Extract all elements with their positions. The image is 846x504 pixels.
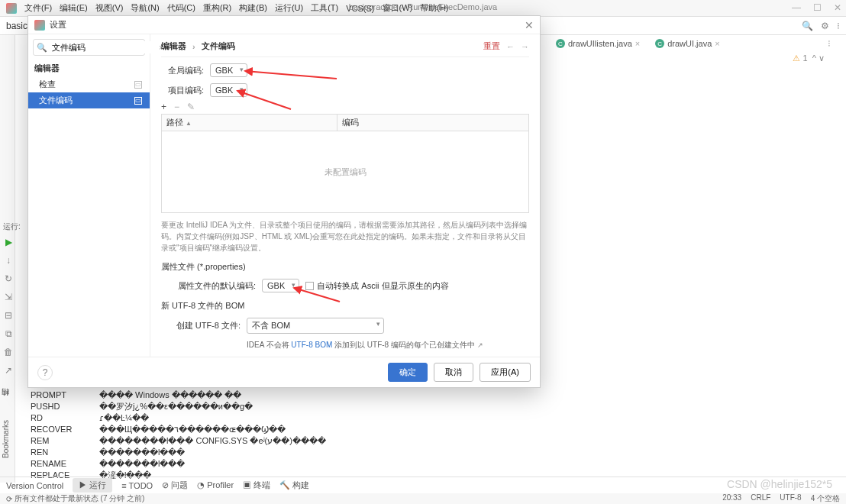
menu-refactor[interactable]: 重构(R)	[203, 2, 231, 14]
inspection-strip: ⚠ 1 ^ ∨	[550, 52, 831, 67]
class-icon: C	[655, 39, 664, 48]
indent[interactable]: 4 个空格	[811, 493, 840, 504]
utf8-bom-link[interactable]: UTF-8 BOM	[291, 341, 332, 349]
tab-build[interactable]: 🔨 构建	[279, 480, 309, 491]
line-sep[interactable]: CRLF	[751, 493, 770, 504]
tab-version-control[interactable]: Version Control	[6, 481, 63, 490]
apply-button[interactable]: 应用(A)	[480, 363, 531, 382]
reset-link[interactable]: 重置	[483, 40, 500, 52]
sort-icon[interactable]: ▲	[186, 120, 192, 127]
svg-line-0	[245, 71, 337, 79]
app-logo-icon	[6, 3, 17, 14]
bom-combo[interactable]: 不含 BOM	[247, 318, 384, 334]
crumb-editor[interactable]: 编辑器	[161, 40, 186, 52]
run-icon[interactable]: ▶	[5, 237, 12, 247]
more-icon[interactable]: ⁝	[837, 21, 840, 31]
tab-run[interactable]: ▶ 运行	[73, 478, 112, 493]
tab-problems[interactable]: ⊘ 问题	[162, 480, 188, 491]
status-text: 所有文件都处于最新状态 (7 分钟 之前)	[15, 493, 145, 504]
tree-file-encodings[interactable]: 文件编码▭	[28, 92, 150, 108]
dialog-titlebar: 设置 ✕	[28, 16, 540, 34]
caret-pos[interactable]: 20:33	[722, 493, 741, 504]
project-encoding-label: 项目编码:	[161, 85, 204, 96]
search-input[interactable]	[50, 41, 159, 53]
console-cmd: RD	[31, 412, 99, 424]
forward-icon[interactable]: →	[521, 42, 529, 51]
bom-label: 创建 UTF-8 文件:	[172, 320, 241, 331]
trash-icon[interactable]: 🗑	[4, 347, 13, 357]
dialog-close-icon[interactable]: ✕	[525, 19, 534, 31]
ok-button[interactable]: 确定	[388, 363, 428, 382]
col-path[interactable]: 路径 ▲	[162, 115, 337, 131]
settings-gear-icon[interactable]: ⚙	[821, 21, 829, 31]
down-icon[interactable]: ⇲	[5, 292, 12, 302]
table-empty-text: 未配置编码	[162, 131, 528, 212]
console-cmd: REM	[31, 435, 99, 447]
settings-search[interactable]: 🔍 ×	[33, 39, 145, 56]
console-cmd: PROMPT	[31, 389, 99, 401]
layout-icon[interactable]: ⊟	[5, 310, 12, 321]
settings-breadcrumb: 编辑器 › 文件编码 重置 ← →	[161, 40, 529, 57]
dialog-title: 设置	[50, 19, 66, 31]
help-icon[interactable]: ?	[37, 365, 53, 380]
global-encoding-combo[interactable]: GBK	[210, 63, 247, 77]
tree-inspections[interactable]: 检查▭	[28, 76, 150, 92]
tabs-more-icon[interactable]: ⁝	[828, 38, 831, 49]
close-window-icon[interactable]: ✕	[834, 2, 841, 13]
menu-view[interactable]: 视图(V)	[95, 2, 124, 14]
tab-close-icon[interactable]: ×	[635, 39, 640, 48]
console-text: �������l���	[99, 458, 185, 470]
vcs-status-icon[interactable]: ⟳	[6, 495, 12, 503]
edit-icon: ✎	[187, 102, 195, 112]
menu-edit[interactable]: 编辑(E)	[60, 2, 88, 14]
warning-count: 1	[803, 53, 808, 63]
search-everywhere-icon[interactable]: 🔍	[802, 21, 813, 31]
tab-profiler[interactable]: ◔ Profiler	[197, 480, 234, 490]
tab-label: drawUIlisten.java	[568, 39, 632, 48]
cancel-button[interactable]: 取消	[434, 363, 473, 382]
minimize-icon[interactable]: —	[792, 2, 801, 13]
menu-run[interactable]: 运行(U)	[275, 2, 303, 14]
class-icon: C	[556, 39, 565, 48]
global-encoding-label: 全局编码:	[161, 65, 204, 76]
menu-navigate[interactable]: 导航(N)	[131, 2, 159, 14]
run-toolwindow-label[interactable]: 运行:	[0, 221, 21, 234]
external-link-icon[interactable]: ↗	[477, 341, 483, 349]
menu-build[interactable]: 构建(B)	[239, 2, 267, 14]
rerun-icon[interactable]: ↻	[5, 273, 12, 284]
menu-code[interactable]: 代码(C)	[167, 2, 195, 14]
tab-close-icon[interactable]: ×	[715, 39, 719, 48]
col-encoding[interactable]: 编码	[337, 115, 363, 131]
menu-file[interactable]: 文件(F)	[24, 2, 52, 14]
console-cmd: REN	[31, 447, 99, 458]
add-icon[interactable]: +	[161, 102, 166, 112]
tree-editor[interactable]: 编辑器	[28, 60, 150, 76]
warning-icon[interactable]: ⚠	[793, 53, 800, 63]
app-logo-icon	[34, 20, 45, 31]
editor-tab-drawuilisten[interactable]: C drawUIlisten.java ×	[550, 37, 646, 50]
run-tool-icons: ▶ ↓ ↻ ⇲ ⊟ ⧉ 🗑 ↗	[2, 237, 15, 376]
encoding-table: 路径 ▲ 编码 未配置编码	[161, 114, 529, 213]
tab-terminal[interactable]: ▣ 终端	[243, 480, 270, 491]
search-icon: 🔍	[37, 43, 47, 53]
console-text: ���� Windows ������ ��	[99, 389, 241, 401]
annotation-arrow-icon	[245, 68, 337, 83]
file-encoding[interactable]: UTF-8	[780, 493, 801, 504]
wrap-icon[interactable]: ⧉	[5, 328, 12, 339]
bookmarks-tab[interactable]: Bookmarks	[2, 420, 10, 458]
description-text: 要更改 IntelliJ IDEA 为文件、目录或整个项目使用的编码，请根据需要…	[161, 219, 529, 254]
dialog-footer: ? 确定 取消 应用(A)	[28, 357, 540, 387]
stop-icon[interactable]: ↓	[6, 255, 11, 266]
menu-tools[interactable]: 工具(T)	[311, 2, 338, 14]
console-text: ��������l��� CONFIG.SYS �eʲ(ע��)����	[99, 435, 326, 447]
export-icon[interactable]: ↗	[5, 365, 12, 376]
editor-tab-drawui[interactable]: C drawUI.java ×	[649, 37, 726, 50]
scope-icon: ▭	[134, 81, 142, 89]
tab-todo[interactable]: ≡ TODO	[121, 481, 153, 490]
back-icon[interactable]: ←	[506, 42, 515, 51]
watermark: CSDN @helinjie152*5	[727, 478, 832, 490]
bom-section-title: 新 UTF-8 文件的 BOM	[161, 300, 529, 312]
nav-arrows[interactable]: ^ ∨	[812, 53, 825, 63]
properties-section-title: 属性文件 (*.properties)	[161, 261, 529, 273]
maximize-icon[interactable]: ☐	[813, 2, 822, 13]
